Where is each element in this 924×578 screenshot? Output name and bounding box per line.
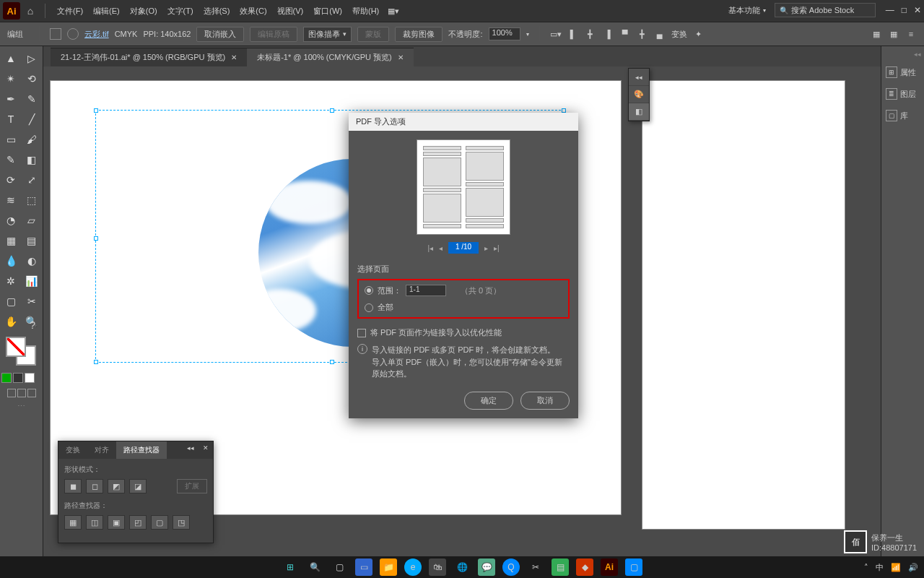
collapse-dock-icon[interactable]: ◂◂ [884,51,921,58]
chrome-icon[interactable]: 🌐 [453,558,471,576]
tray-up-icon[interactable]: ˄ [864,563,868,572]
type-tool-icon[interactable]: T [1,110,20,129]
explorer-icon[interactable]: 📁 [380,558,397,576]
align-right-icon[interactable]: ▐ [602,28,614,40]
first-page-icon[interactable]: |◂ [427,244,433,252]
next-page-icon[interactable]: ▸ [484,244,488,252]
column-graph-tool-icon[interactable]: 📊 [22,272,41,290]
ok-button[interactable]: 确定 [464,392,513,410]
menu-window[interactable]: 窗口(W) [313,6,342,17]
symbol-sprayer-tool-icon[interactable]: ✲ [1,272,20,290]
opacity-input[interactable]: 100% [489,27,520,40]
shaper-tool-icon[interactable]: ✎ [1,150,20,169]
network-icon[interactable]: 📶 [891,563,901,572]
prev-page-icon[interactable]: ◂ [439,244,443,252]
fill-swatch-icon[interactable] [50,28,61,40]
color-swatch-gradient[interactable] [13,373,23,383]
magic-wand-tool-icon[interactable]: ✴ [1,69,20,88]
minus-back-icon[interactable]: ◳ [173,515,190,530]
home-icon[interactable]: ⌂ [22,2,39,20]
color-swatch-none[interactable] [25,373,35,383]
shape-builder-tool-icon[interactable]: ◔ [1,211,20,230]
menu-edit[interactable]: 编辑(E) [93,6,120,17]
perspective-tool-icon[interactable]: ▱ [22,211,41,230]
hand-tool-icon[interactable]: ✋ [1,312,20,331]
linked-file-name[interactable]: 云彩.tif [84,29,109,40]
color-guide-icon[interactable]: ◧ [629,103,649,121]
transform-link[interactable]: 变换 [671,29,687,40]
panel-set1-icon[interactable]: ▦ [871,28,882,40]
menu-file[interactable]: 文件(F) [57,6,83,17]
app-icon[interactable]: ▤ [552,558,569,576]
window-close-icon[interactable]: ✕ [914,5,921,15]
range-input[interactable]: 1-1 [406,285,446,296]
rotate-tool-icon[interactable]: ⟳ [1,171,20,189]
image-trace-dropdown[interactable]: 图像描摹 [303,27,352,42]
eyedropper-tool-icon[interactable]: 💧 [1,251,20,270]
lasso-tool-icon[interactable]: ⟲ [22,69,41,88]
crop-pf-icon[interactable]: ◰ [129,515,147,530]
isolate-icon[interactable]: ✦ [693,28,705,40]
fill-color-swatch[interactable] [6,337,26,357]
scale-tool-icon[interactable]: ⤢ [22,171,41,189]
task-view-icon[interactable]: ▢ [331,558,348,576]
color-wheel-icon[interactable]: 🎨 [629,86,649,103]
floater-close-icon[interactable]: ◂◂ [629,69,649,86]
pathfinder-panel[interactable]: 变换 对齐 路径查找器 ◂◂✕ 形状模式： ◼ ◻ ◩ ◪ 扩展 路径查找器： … [58,441,214,543]
link-pdf-checkbox[interactable] [357,329,366,337]
minus-front-icon[interactable]: ◻ [86,479,103,493]
arrange-icon[interactable]: ▦▾ [388,5,399,17]
unite-icon[interactable]: ◼ [64,479,82,493]
align-top-icon[interactable]: ▀ [619,28,631,40]
edge-icon[interactable]: e [404,558,422,576]
system-tray[interactable]: ˄ 中 📶 🔊 [864,562,918,573]
start-icon[interactable]: ⊞ [282,558,299,576]
intersect-icon[interactable]: ◩ [108,479,125,493]
search-taskbar-icon[interactable]: 🔍 [306,558,323,576]
align-tab[interactable]: 对齐 [87,441,116,459]
close-panel-icon[interactable]: ✕ [199,441,213,459]
line-tool-icon[interactable]: ╱ [22,110,41,129]
window-min-icon[interactable]: — [886,5,894,15]
artboard-2[interactable] [642,81,845,529]
blend-tool-icon[interactable]: ◐ [22,251,41,270]
free-transform-tool-icon[interactable]: ⬚ [22,191,41,210]
selection-tool-icon[interactable]: ▲ [1,49,20,68]
outline-icon[interactable]: ▢ [151,515,168,530]
presentation-icon[interactable] [27,389,36,397]
menu-text[interactable]: 文字(T) [167,6,193,17]
exclude-icon[interactable]: ◪ [129,479,147,493]
slice-tool-icon[interactable]: ✂ [22,292,41,311]
width-tool-icon[interactable]: ≋ [1,191,20,210]
trim-icon[interactable]: ◫ [86,515,103,530]
eraser-tool-icon[interactable]: ◧ [22,150,41,169]
unembed-button[interactable]: 取消嵌入 [196,27,244,42]
gradient-tool-icon[interactable]: ▤ [22,231,41,250]
panel-set2-icon[interactable]: ▦ [888,28,899,40]
normal-screen-icon[interactable] [7,389,16,397]
volume-icon[interactable]: 🔊 [908,563,918,572]
rectangle-tool-icon[interactable]: ▭ [1,130,20,149]
align-hcenter-icon[interactable]: ╋ [585,28,596,40]
menu-select[interactable]: 选择(S) [204,6,230,17]
layers-panel-button[interactable]: ≣图层 [884,87,921,101]
paintbrush-tool-icon[interactable]: 🖌 [22,130,41,149]
menu-effect[interactable]: 效果(C) [240,6,266,17]
help-icon[interactable]: ? [30,319,35,331]
floating-control-panel[interactable]: ◂◂ 🎨 ◧ [628,68,650,121]
last-page-icon[interactable]: ▸| [494,244,500,252]
crop-image-button[interactable]: 裁剪图像 [395,27,443,42]
align-dropdown-icon[interactable]: ▭▾ [550,28,562,40]
search-stock-input[interactable]: 🔍 搜索 Adobe Stock [775,3,876,17]
page-number-input[interactable]: 1 /10 [448,242,479,254]
wechat-icon[interactable]: 💬 [478,558,495,576]
color-swatch-green[interactable] [1,373,12,383]
divide-icon[interactable]: ▦ [64,515,82,530]
artboard-tool-icon[interactable]: ▢ [1,292,20,311]
qq-icon[interactable]: Q [502,558,520,576]
menu-object[interactable]: 对象(O) [130,6,157,17]
properties-panel-button[interactable]: ⊞属性 [884,65,921,79]
app3-icon[interactable]: ▢ [625,558,642,576]
panel-menu-icon[interactable]: ≡ [905,28,917,40]
menu-view[interactable]: 视图(V) [277,6,304,17]
